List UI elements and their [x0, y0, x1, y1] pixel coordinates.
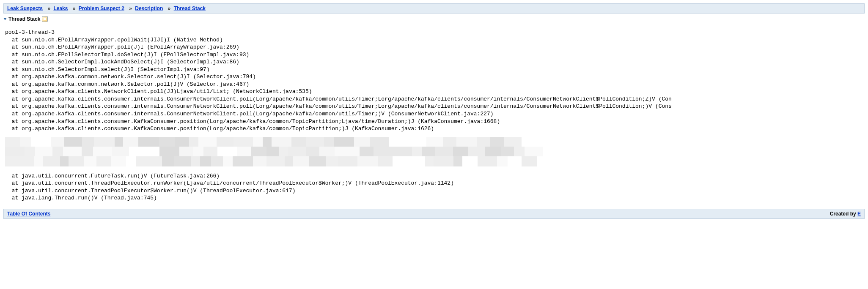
created-by-prefix: Created by	[830, 211, 857, 217]
breadcrumb-separator: »	[168, 5, 171, 11]
breadcrumb-separator: »	[73, 5, 76, 11]
thread-stack-bottom: at java.util.concurrent.FutureTask.run()…	[0, 169, 868, 205]
breadcrumb: Leak Suspects » Leaks » Problem Suspect …	[3, 3, 865, 14]
breadcrumb-link-description[interactable]: Description	[135, 5, 163, 11]
collapse-toggle-icon[interactable]	[3, 18, 7, 20]
breadcrumb-link-problem-suspect-2[interactable]: Problem Suspect 2	[79, 5, 124, 11]
breadcrumb-link-leak-suspects[interactable]: Leak Suspects	[7, 5, 43, 11]
section-icon	[42, 16, 48, 22]
created-by-label: Created by E	[830, 211, 861, 217]
breadcrumb-separator: »	[129, 5, 132, 11]
breadcrumb-link-leaks[interactable]: Leaks	[53, 5, 68, 11]
created-by-link[interactable]: E	[857, 211, 861, 217]
footer-bar: Table Of Contents Created by E	[3, 209, 865, 219]
redacted-block	[5, 137, 863, 166]
breadcrumb-link-thread-stack[interactable]: Thread Stack	[174, 5, 206, 11]
breadcrumb-separator: »	[47, 5, 50, 11]
thread-stack-top: pool-3-thread-3 at sun.nio.ch.EPollArray…	[0, 25, 868, 136]
table-of-contents-link[interactable]: Table Of Contents	[7, 211, 50, 217]
section-title: Thread Stack	[8, 16, 40, 22]
section-header: Thread Stack	[0, 15, 868, 25]
